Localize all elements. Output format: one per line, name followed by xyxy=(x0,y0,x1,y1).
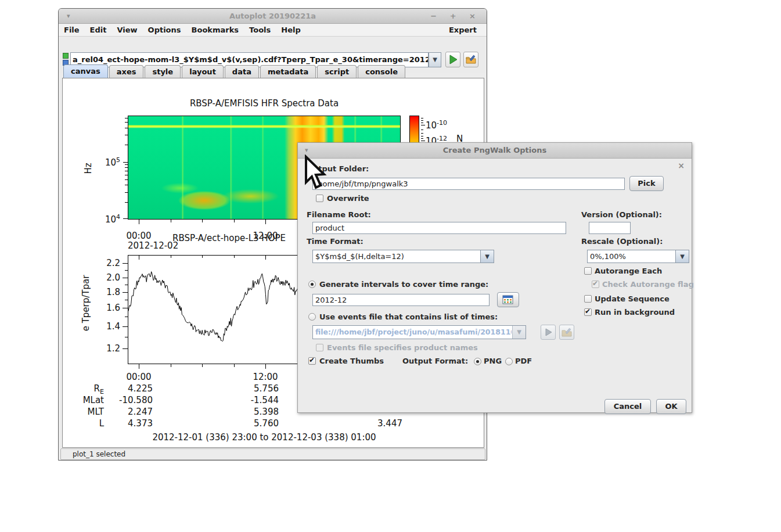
png-label[interactable]: PNG xyxy=(484,357,502,365)
autorange-each-label[interactable]: Autorange Each xyxy=(595,267,662,275)
axis-tick xyxy=(125,164,128,165)
tab-console[interactable]: console xyxy=(358,65,405,78)
generate-intervals-label[interactable]: Generate intervals to cover time range: xyxy=(319,280,488,289)
ok-button[interactable]: OK xyxy=(656,399,686,414)
table-l-v1: 4.373 xyxy=(112,418,153,429)
create-thumbs-label[interactable]: Create Thumbs xyxy=(319,357,384,365)
overwrite-label[interactable]: Overwrite xyxy=(327,194,369,203)
go-play-button[interactable] xyxy=(445,52,460,67)
filename-root-label: Filename Root: xyxy=(307,210,371,219)
menu-file[interactable]: File xyxy=(59,24,85,36)
table-row-label-re: RE xyxy=(63,383,104,396)
axis-tick xyxy=(265,256,266,260)
lineplot-ylabel: e Tperp/Tpar xyxy=(81,257,91,350)
inspect-folder-button[interactable] xyxy=(463,52,478,67)
version-label: Version (Optional): xyxy=(581,210,662,219)
filename-root-input[interactable]: product xyxy=(312,222,566,234)
calendar-icon xyxy=(502,294,514,305)
axis-tick xyxy=(123,308,128,308)
events-file-dropdown-icon: ▼ xyxy=(512,326,526,339)
table-l-v3: 3.447 xyxy=(362,418,402,429)
version-input[interactable] xyxy=(589,222,631,234)
axis-tick xyxy=(125,317,128,317)
menu-help[interactable]: Help xyxy=(276,24,305,36)
tab-script[interactable]: script xyxy=(317,65,357,78)
axis-tick xyxy=(265,220,266,224)
time-format-value: $Y$m$d_$(H,delta=12) xyxy=(315,250,480,263)
tab-canvas[interactable]: canvas xyxy=(63,64,108,78)
axis-tick xyxy=(139,220,139,224)
cancel-button[interactable]: Cancel xyxy=(604,399,651,414)
events-folder-button xyxy=(559,325,574,340)
axis-tick xyxy=(421,125,425,125)
axis-tick xyxy=(123,292,128,293)
axis-tick xyxy=(421,118,423,118)
axis-tick xyxy=(125,192,128,193)
table-row-label-l: L xyxy=(63,418,104,429)
spec-xtick-0000: 00:00 xyxy=(121,231,156,241)
radio-dot xyxy=(311,283,314,286)
uri-dropdown-button[interactable]: ▼ xyxy=(429,52,441,67)
pdf-label[interactable]: PDF xyxy=(515,357,532,365)
axis-tick xyxy=(125,122,128,123)
tab-data[interactable]: data xyxy=(225,65,259,78)
table-re-v2: 5.756 xyxy=(238,383,279,394)
window-controls[interactable]: − + × xyxy=(430,9,481,24)
datasource-green-icon[interactable] xyxy=(63,53,69,59)
axis-tick xyxy=(171,220,171,222)
create-thumbs-checkbox[interactable]: ✔ xyxy=(308,357,316,365)
tab-metadata[interactable]: metadata xyxy=(260,65,316,78)
generate-intervals-radio[interactable] xyxy=(308,281,316,288)
pick-button[interactable]: Pick xyxy=(629,176,664,191)
run-background-checkbox[interactable]: ✔ xyxy=(584,308,592,316)
png-radio[interactable] xyxy=(474,358,481,365)
axis-tick xyxy=(123,326,128,327)
events-file-combo: file:///home/jbf/project/juno/u/masafumi… xyxy=(312,325,526,339)
main-tabs: canvasaxesstylelayoutdatametadatascriptc… xyxy=(63,64,406,77)
rescale-combo[interactable]: 0%,100% ▼ xyxy=(587,250,689,263)
spec-date-label: 2012-12-02 xyxy=(128,240,178,251)
rescale-dropdown-icon[interactable]: ▼ xyxy=(675,250,689,263)
time-range-label: 2012-12-01 (336) 23:00 to 2012-12-03 (33… xyxy=(148,432,380,443)
update-sequence-label[interactable]: Update Sequence xyxy=(595,294,670,303)
ytick-1-4: 1.4 xyxy=(98,321,120,332)
axis-tick xyxy=(125,270,128,271)
autorange-each-checkbox[interactable] xyxy=(584,267,592,275)
check-icon: ✔ xyxy=(585,307,591,315)
axis-tick xyxy=(421,123,423,123)
axis-tick xyxy=(125,171,128,171)
events-file-label[interactable]: Use events file that contains list of ti… xyxy=(319,312,498,321)
run-background-label[interactable]: Run in background xyxy=(595,308,675,317)
pdf-radio[interactable] xyxy=(505,358,513,365)
menu-view[interactable]: View xyxy=(111,24,142,36)
menu-tools[interactable]: Tools xyxy=(244,24,276,36)
check-icon: ✔ xyxy=(592,279,598,287)
time-format-combo[interactable]: $Y$m$d_$(H,delta=12) ▼ xyxy=(312,250,494,263)
tab-axes[interactable]: axes xyxy=(109,65,144,78)
window-titlebar[interactable]: ▾ Autoplot 20190221a − + × xyxy=(59,9,487,24)
events-file-radio[interactable] xyxy=(308,313,316,321)
menu-edit[interactable]: Edit xyxy=(85,24,112,36)
expert-menu[interactable]: Expert xyxy=(444,24,482,36)
axis-tick xyxy=(125,145,128,145)
check-icon: ✔ xyxy=(309,356,315,364)
window-shade-icon[interactable]: ▾ xyxy=(67,9,70,24)
menu-bookmarks[interactable]: Bookmarks xyxy=(186,24,244,36)
update-sequence-checkbox[interactable] xyxy=(584,295,592,303)
events-file-value: file:///home/jbf/project/juno/u/masafumi… xyxy=(315,326,512,339)
tab-layout[interactable]: layout xyxy=(182,65,224,78)
window-title: Autoplot 20190221a xyxy=(59,9,487,24)
spectrogram-title: RBSP-A/EMFISIS HFR Spectra Data xyxy=(128,98,401,109)
menu-options[interactable]: Options xyxy=(143,24,186,36)
axis-tick xyxy=(125,167,128,168)
dialog-titlebar[interactable]: ▾ Create PngWalk Options × xyxy=(298,143,692,159)
calendar-button[interactable] xyxy=(497,292,519,307)
output-folder-input[interactable]: /home/jbf/tmp/pngwalk3 xyxy=(312,178,625,190)
ytick-2-0: 2.0 xyxy=(98,272,120,283)
time-format-dropdown-icon[interactable]: ▼ xyxy=(480,250,494,263)
timerange-input[interactable]: 2012-12 xyxy=(312,294,490,306)
tab-style[interactable]: style xyxy=(145,65,181,78)
overwrite-checkbox[interactable] xyxy=(316,195,323,202)
axis-tick xyxy=(234,256,235,258)
dialog-close-icon[interactable]: × xyxy=(678,158,685,173)
